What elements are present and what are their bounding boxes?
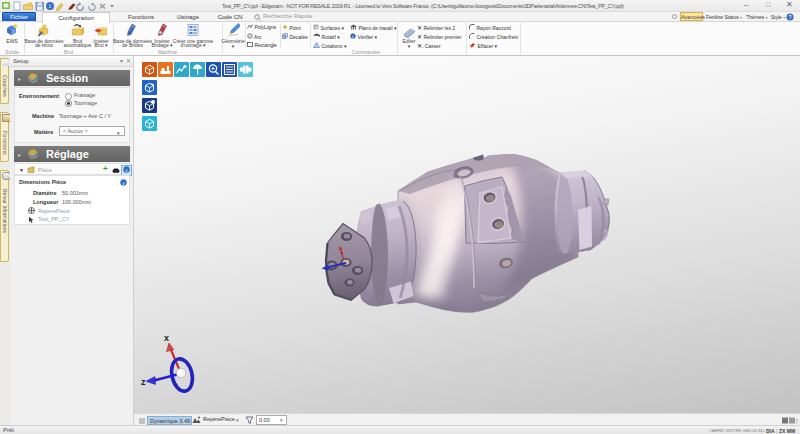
svg-text:z: z [141, 377, 146, 387]
svg-text:i: i [49, 2, 51, 9]
svg-text:x: x [164, 333, 169, 343]
svg-text:?: ? [788, 14, 791, 20]
